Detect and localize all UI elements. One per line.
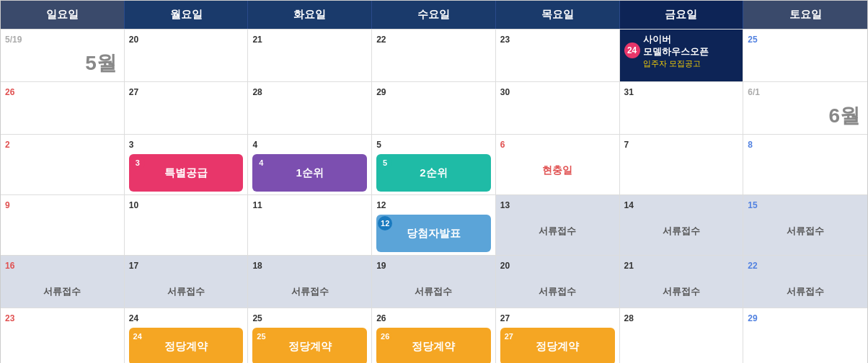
event-block: 정당계약 bbox=[252, 328, 367, 363]
day-cell: 29 bbox=[743, 308, 867, 363]
doc-text: 서류접수 bbox=[500, 285, 615, 298]
day-cell: 2 bbox=[1, 135, 125, 194]
day-number: 15 bbox=[748, 200, 757, 210]
day-cell: 21서류접수 bbox=[620, 256, 744, 308]
day-number: 6/1 bbox=[748, 87, 760, 97]
day-cell: 9 bbox=[1, 195, 125, 255]
header-wednesday: 수요일 bbox=[372, 1, 496, 29]
day-number: 22 bbox=[376, 35, 386, 45]
day-number: 8 bbox=[748, 140, 753, 150]
day-cell: 2727정당계약 bbox=[496, 308, 620, 363]
friday-event-text: 사이버모델하우스오픈입주자 모집공고 bbox=[643, 34, 709, 68]
event-badge: 26 bbox=[378, 329, 392, 344]
doc-text: 서류접수 bbox=[748, 285, 863, 298]
day-number: 5 bbox=[376, 140, 381, 150]
day-cell: 441순위 bbox=[248, 135, 372, 194]
day-cell: 20 bbox=[125, 30, 249, 81]
header-saturday: 토요일 bbox=[743, 1, 867, 29]
week-row: 232424정당계약2525정당계약2626정당계약2727정당계약2829 bbox=[1, 308, 867, 363]
day-cell: 8 bbox=[743, 135, 867, 194]
day-cell: 30 bbox=[496, 82, 620, 134]
day-number: 24 bbox=[129, 313, 138, 323]
day-number: 2 bbox=[5, 140, 10, 150]
day-number: 28 bbox=[624, 313, 634, 323]
header-tuesday: 화요일 bbox=[248, 1, 372, 29]
day-cell: 28 bbox=[248, 82, 372, 134]
day-number: 13 bbox=[500, 200, 510, 210]
month-label: 5월 bbox=[85, 50, 117, 77]
day-number: 27 bbox=[500, 313, 510, 323]
event-badge: 3 bbox=[130, 156, 145, 170]
day-cell: 23 bbox=[496, 30, 620, 81]
day-cell: 1212당첨자발표 bbox=[372, 195, 496, 255]
day-number: 6 bbox=[500, 140, 505, 150]
day-cell: 18서류접수 bbox=[248, 256, 372, 308]
day-cell: 22 bbox=[372, 30, 496, 81]
event-block: 정당계약 bbox=[129, 328, 244, 363]
day-number: 24 bbox=[624, 42, 640, 58]
day-number: 10 bbox=[129, 200, 138, 210]
day-number: 5/19 bbox=[5, 35, 22, 45]
day-number: 29 bbox=[376, 87, 386, 97]
day-number: 22 bbox=[748, 261, 757, 271]
day-number: 12 bbox=[376, 200, 386, 210]
day-cell: 26 bbox=[1, 82, 125, 134]
day-cell: 2525정당계약 bbox=[248, 308, 372, 363]
day-number: 20 bbox=[500, 261, 510, 271]
header-monday: 월요일 bbox=[125, 1, 249, 29]
week-row: 5/195월2021222324사이버모델하우스오픈입주자 모집공고25 bbox=[1, 29, 867, 81]
event-badge: 5 bbox=[378, 156, 392, 170]
day-cell: 6현충일 bbox=[496, 135, 620, 194]
holiday-text: 현충일 bbox=[500, 164, 615, 177]
header-friday: 금요일 bbox=[620, 1, 744, 29]
day-number: 7 bbox=[624, 140, 629, 150]
day-cell: 552순위 bbox=[372, 135, 496, 194]
day-cell: 5/195월 bbox=[1, 30, 125, 81]
day-cell: 25 bbox=[743, 30, 867, 81]
event-block: 당첨자발표 bbox=[376, 215, 491, 252]
week-row: 2627282930316/16월 bbox=[1, 81, 867, 134]
month-label: 6월 bbox=[828, 102, 860, 130]
doc-text: 서류접수 bbox=[376, 285, 491, 298]
day-number: 23 bbox=[500, 35, 510, 45]
doc-text: 서류접수 bbox=[624, 285, 739, 298]
day-number: 20 bbox=[129, 35, 138, 45]
day-cell: 10 bbox=[125, 195, 249, 255]
doc-text: 서류접수 bbox=[624, 225, 739, 238]
day-cell: 16서류접수 bbox=[1, 256, 125, 308]
day-cell: 2424정당계약 bbox=[125, 308, 249, 363]
day-number: 31 bbox=[624, 87, 634, 97]
doc-text: 서류접수 bbox=[129, 285, 244, 298]
day-number: 14 bbox=[624, 200, 634, 210]
day-number: 18 bbox=[252, 261, 262, 271]
day-cell: 17서류접수 bbox=[125, 256, 249, 308]
day-cell: 21 bbox=[248, 30, 372, 81]
day-cell: 11 bbox=[248, 195, 372, 255]
day-number: 26 bbox=[376, 313, 386, 323]
day-cell: 29 bbox=[372, 82, 496, 134]
header-thursday: 목요일 bbox=[496, 1, 620, 29]
day-number: 11 bbox=[252, 200, 262, 210]
day-number: 26 bbox=[5, 87, 14, 97]
day-number: 21 bbox=[624, 261, 634, 271]
doc-text: 서류접수 bbox=[748, 225, 863, 238]
event-badge: 27 bbox=[502, 329, 516, 344]
week-row: 233특별공급441순위552순위6현충일78 bbox=[1, 134, 867, 194]
day-number: 28 bbox=[252, 87, 262, 97]
day-cell: 28 bbox=[620, 308, 744, 363]
event-block: 정당계약 bbox=[376, 328, 491, 363]
event-block: 1순위 bbox=[252, 154, 367, 192]
header-sunday: 일요일 bbox=[1, 1, 125, 29]
day-number: 19 bbox=[376, 261, 386, 271]
doc-text: 서류접수 bbox=[5, 285, 120, 298]
day-cell: 2626정당계약 bbox=[372, 308, 496, 363]
day-cell-friday-special: 24사이버모델하우스오픈입주자 모집공고 bbox=[620, 30, 744, 81]
calendar-header: 일요일월요일화요일수요일목요일금요일토요일 bbox=[1, 1, 867, 29]
doc-text: 서류접수 bbox=[252, 285, 367, 298]
day-number: 29 bbox=[748, 313, 757, 323]
day-number: 23 bbox=[5, 313, 14, 323]
day-number: 27 bbox=[129, 87, 138, 97]
day-cell: 19서류접수 bbox=[372, 256, 496, 308]
day-number: 30 bbox=[500, 87, 510, 97]
event-badge: 24 bbox=[130, 329, 145, 344]
